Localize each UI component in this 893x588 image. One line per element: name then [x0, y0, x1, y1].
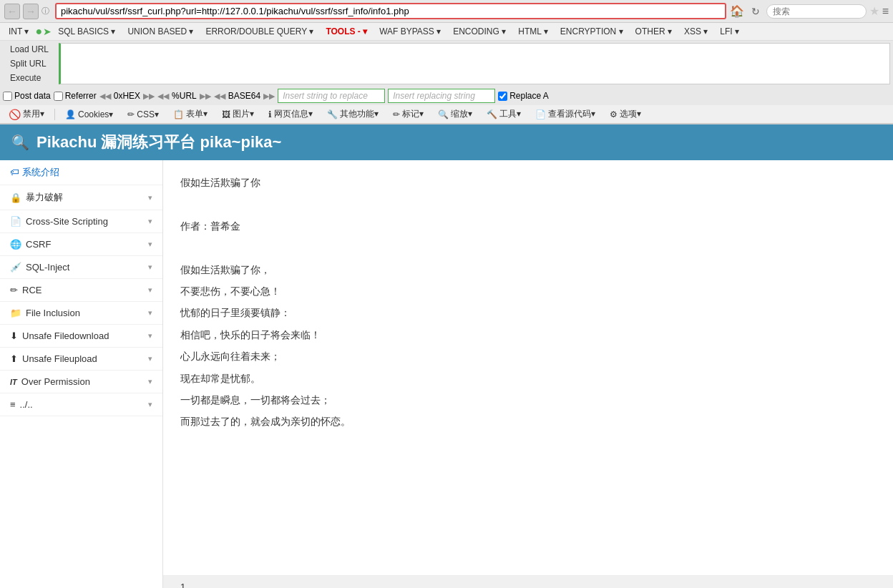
app-header: 🔍 Pikachu 漏洞练习平台 pika~pika~ — [0, 124, 893, 160]
sidebar-item-dotdot[interactable]: ≡ ../.. ▾ — [0, 393, 162, 416]
split-url-button[interactable]: Split URL — [6, 57, 53, 70]
sep-1 — [54, 109, 55, 120]
app-logo-icon: 🔍 — [11, 134, 29, 151]
home-button[interactable]: 🏠 — [729, 4, 745, 19]
load-url-button[interactable]: Load URL — [6, 43, 53, 56]
pencil2-icon: ✏ — [393, 109, 400, 119]
upload-icon: ⬆ — [10, 353, 18, 364]
hackbar-waf[interactable]: WAF BYPASS — [374, 24, 446, 39]
content-line-1: 假如生活欺骗了你 — [180, 175, 876, 190]
insert-replacing-input[interactable] — [388, 89, 495, 103]
content-bottom: 1 — [163, 575, 893, 588]
sidebar-item-overpermission[interactable]: IT Over Permission ▾ — [0, 371, 162, 393]
firebug-zoom[interactable]: 🔍 缩放▾ — [432, 107, 478, 122]
sidebar-item-xss[interactable]: 📄 Cross-Site Scripting ▾ — [0, 210, 162, 233]
xss-label: 📄 Cross-Site Scripting — [10, 216, 108, 227]
firebug-forms[interactable]: 📋 表单▾ — [167, 107, 213, 122]
firebug-options[interactable]: ⚙ 选项▾ — [604, 107, 647, 122]
chevron-down-icon-3: ▾ — [148, 240, 152, 249]
filedownload-label: ⬇ Unsafe Filedownload — [10, 330, 109, 341]
content-line-6: 不要悲伤，不要心急！ — [180, 283, 876, 299]
sidebar-item-filedownload[interactable]: ⬇ Unsafe Filedownload ▾ — [0, 325, 162, 348]
sidebar-item-intro[interactable]: 🏷 系统介绍 — [0, 160, 162, 185]
execute-button[interactable]: Execute — [6, 72, 53, 84]
overpermission-label: IT Over Permission — [10, 376, 90, 387]
referrer-checkbox[interactable] — [54, 92, 63, 101]
post-data-checkbox[interactable] — [3, 92, 12, 101]
forms-label: 表单▾ — [186, 108, 208, 120]
content-line-2 — [180, 196, 876, 212]
content-line-4 — [180, 240, 876, 255]
hackbar-url-input[interactable] — [59, 43, 890, 84]
source-label: 查看源代码▾ — [548, 108, 595, 120]
firebug-tools[interactable]: 🔨 工具▾ — [481, 107, 527, 122]
tools-icon: 🔨 — [487, 109, 497, 119]
content-line-3: 作者：普希金 — [180, 218, 876, 234]
green-dot-1: ● — [35, 25, 42, 38]
content-area: 假如生活欺骗了你 作者：普希金 假如生活欺骗了你， 不要悲伤，不要心急！ 忧郁的… — [163, 160, 893, 575]
sidebar-item-fileupload[interactable]: ⬆ Unsafe Fileupload ▾ — [0, 348, 162, 371]
hackbar-int[interactable]: INT — [3, 24, 34, 39]
browser-chrome: ← → ⓘ 🏠 ↻ ★ ≡ INT ● ➤ SQL BASICS UNION B… — [0, 0, 893, 124]
firebug-marks[interactable]: ✏ 标记▾ — [387, 107, 429, 122]
firebug-cookies[interactable]: 👤 Cookies▾ — [59, 108, 119, 121]
hackbar-xss[interactable]: XSS — [678, 24, 713, 39]
url-label: %URL — [172, 91, 197, 101]
address-bar[interactable] — [61, 6, 721, 16]
insert-string-input[interactable] — [278, 89, 385, 103]
refresh-button[interactable]: ↻ — [748, 4, 763, 19]
firebug-pageinfo[interactable]: ℹ 网页信息▾ — [263, 107, 318, 122]
sidebar-item-csrf[interactable]: 🌐 CSRF ▾ — [0, 233, 162, 256]
bookmark-icon[interactable]: ★ — [869, 4, 879, 18]
back-button[interactable]: ← — [4, 4, 20, 19]
hackbar-other[interactable]: OTHER — [630, 24, 678, 39]
hackbar-encryption[interactable]: ENCRYPTION — [555, 24, 629, 39]
person-icon: 👤 — [65, 109, 76, 119]
hackbar-error[interactable]: ERROR/DOUBLE QUERY — [200, 24, 319, 39]
referrer-label: Referrer — [65, 91, 97, 101]
firebug-images[interactable]: 🖼 图片▾ — [216, 107, 260, 122]
hackbar-sql-basics[interactable]: SQL BASICS — [52, 24, 121, 39]
pencil3-icon: ✏ — [10, 285, 18, 295]
post-data-label: Post data — [14, 91, 51, 101]
replace-all-ctrl[interactable]: Replace A — [498, 91, 549, 101]
firebug-css[interactable]: ✏ CSS▾ — [122, 108, 165, 121]
sidebar-item-fileinclusion[interactable]: 📁 File Inclusion ▾ — [0, 302, 162, 325]
image-icon: 🖼 — [222, 109, 230, 119]
menu-icon[interactable]: ≡ — [882, 5, 889, 18]
sidebar-item-rce[interactable]: ✏ RCE ▾ — [0, 279, 162, 302]
arrow-url-left: ◀◀ — [157, 92, 169, 101]
referrer-ctrl[interactable]: Referrer — [54, 91, 97, 101]
other-icon: 🔧 — [327, 109, 338, 119]
content-line-7: 忧郁的日子里须要镇静： — [180, 305, 876, 320]
sidebar-item-sqlinject[interactable]: 💉 SQL-Inject ▾ — [0, 256, 162, 279]
zoom-icon: 🔍 — [438, 109, 449, 119]
chevron-down-icon-7: ▾ — [148, 331, 152, 340]
arrow-url-right: ▶▶ — [200, 92, 211, 101]
content-line-11: 一切都是瞬息，一切都将会过去； — [180, 392, 876, 408]
hackbar-union[interactable]: UNION BASED — [122, 24, 199, 39]
hackbar-lfi[interactable]: LFI — [714, 24, 745, 39]
content-line-8: 相信吧，快乐的日子将会来临！ — [180, 327, 876, 343]
arrow-b64-left: ◀◀ — [214, 92, 225, 101]
hackbar-tools[interactable]: TOOLS - — [320, 24, 373, 39]
firebug-misc[interactable]: 🔧 其他功能▾ — [321, 107, 384, 122]
sidebar: 🏷 系统介绍 🔒 暴力破解 ▾ 📄 Cross-Site Scripting ▾… — [0, 160, 163, 588]
content-line-5: 假如生活欺骗了你， — [180, 262, 876, 278]
firebug-disabled[interactable]: 🚫 禁用▾ — [3, 107, 50, 122]
address-bar-wrap — [55, 3, 726, 19]
download-icon: ⬇ — [10, 330, 18, 341]
hackbar-encoding[interactable]: ENCODING — [447, 24, 512, 39]
firebug-source[interactable]: 📄 查看源代码▾ — [530, 107, 601, 122]
hackbar-html[interactable]: HTML — [512, 24, 554, 39]
search-input[interactable] — [773, 6, 860, 16]
sidebar-item-bruteforce[interactable]: 🔒 暴力破解 ▾ — [0, 185, 162, 210]
file-icon: 📄 — [10, 216, 21, 227]
it-icon: IT — [10, 378, 17, 386]
marks-label: 标记▾ — [402, 108, 424, 120]
forward-button[interactable]: → — [23, 4, 39, 19]
firebug-bar: 🚫 禁用▾ 👤 Cookies▾ ✏ CSS▾ 📋 表单▾ 🖼 图片▾ ℹ 网页… — [0, 105, 893, 124]
replace-all-checkbox[interactable] — [498, 92, 507, 101]
post-data-ctrl[interactable]: Post data — [3, 91, 51, 101]
cookies-label: Cookies▾ — [78, 109, 113, 119]
